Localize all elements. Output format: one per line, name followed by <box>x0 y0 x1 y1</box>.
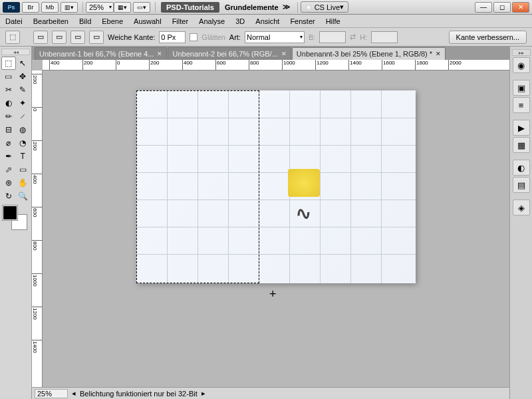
3d-tool[interactable]: ⊛ <box>1 176 16 190</box>
close-icon[interactable]: ✕ <box>157 51 162 57</box>
type-tool[interactable]: T <box>16 150 31 163</box>
history-brush-tool[interactable]: ⟋ <box>16 110 31 123</box>
marquee-selection <box>136 90 259 283</box>
tab-doc1[interactable]: Unbenannt-1 bei 66,7% (Ebene 4...✕ <box>35 47 167 60</box>
workspace-more[interactable]: ≫ <box>283 3 291 11</box>
path-select-tool[interactable]: ⬀ <box>1 163 16 176</box>
tab-doc3[interactable]: Unbenannt-3 bei 25% (Ebene 1, RGB/8) *✕ <box>292 47 446 60</box>
cslive-button[interactable]: CS Live ▾ <box>301 1 349 13</box>
menu-bild[interactable]: Bild <box>79 17 91 25</box>
maximize-button[interactable]: ◻ <box>493 2 511 13</box>
sel-intersect-icon[interactable]: ▭ <box>89 31 104 44</box>
rotate-tool[interactable]: ↻ <box>1 190 16 203</box>
color-swatches[interactable] <box>3 205 29 229</box>
crosshair-cursor: + <box>269 287 277 301</box>
feather-input[interactable]: 0 Px <box>159 31 186 43</box>
width-label: B: <box>309 33 315 41</box>
actions-panel-icon[interactable]: ▶ <box>513 120 530 136</box>
marquee-tool-icon[interactable]: ⬚ <box>5 31 20 44</box>
menu-ebene[interactable]: Ebene <box>102 17 123 25</box>
close-icon[interactable]: ✕ <box>436 51 441 57</box>
status-nav-icon[interactable]: ◂ <box>72 389 76 398</box>
menu-datei[interactable]: Datei <box>5 17 23 25</box>
bridge-button[interactable]: Br <box>22 2 39 13</box>
eyedropper-tool[interactable]: ✎ <box>16 83 31 96</box>
toolbox: ◂◂ ⬚↖ ▭✥ ✂✎ ◐✦ ✏⟋ ⊟◍ ⌀◔ ✒T ⬀▭ ⊛✋ ↻🔍 <box>0 47 32 399</box>
menu-analyse[interactable]: Analyse <box>199 17 225 25</box>
workspace-title[interactable]: PSD-Tutorials <box>161 2 219 13</box>
tab-doc2[interactable]: Unbenannt-2 bei 66,7% (RGB/...✕ <box>168 47 291 60</box>
close-icon[interactable]: ✕ <box>281 51 287 57</box>
menu-bearbeiten[interactable]: Bearbeiten <box>33 17 68 25</box>
stamp-tool[interactable]: ✏ <box>1 110 16 123</box>
masks-panel-icon[interactable]: ≡ <box>513 97 530 113</box>
color-panel-icon[interactable]: ◉ <box>513 57 530 73</box>
toolbox-collapse[interactable]: ◂◂ <box>1 49 30 55</box>
scribble-mark: ∿ <box>295 201 313 225</box>
height-input <box>371 31 398 43</box>
statusbar: 25% ◂ Belichtung funktioniert nur bei 32… <box>32 387 509 399</box>
zoom-tool[interactable]: 🔍 <box>16 190 31 203</box>
panel-dock: ▸▸ ◉ ▣ ≡ ▶ ▦ ◐ ▤ ◈ <box>509 47 532 399</box>
feather-label: Weiche Kante: <box>108 33 155 41</box>
swap-wh-icon: ⇄ <box>350 33 356 41</box>
antialias-checkbox[interactable] <box>190 33 198 41</box>
styles-panel-icon[interactable]: ▦ <box>513 137 530 153</box>
yellow-puzzle-piece <box>288 169 320 197</box>
menu-fenster[interactable]: Fenster <box>290 17 315 25</box>
status-zoom[interactable]: 25% <box>35 389 68 398</box>
minibridge-button[interactable]: Mb <box>41 2 59 13</box>
ruler-vertical[interactable]: 2000200400600800100012001400 <box>32 70 43 387</box>
style-label: Art: <box>229 33 241 41</box>
menu-ansicht[interactable]: Ansicht <box>255 17 279 25</box>
menu-auswahl[interactable]: Auswahl <box>134 17 162 25</box>
wand-tool[interactable]: ✥ <box>16 70 31 83</box>
width-input <box>319 31 346 43</box>
blur-tool[interactable]: ⌀ <box>1 136 16 150</box>
marquee-tool[interactable]: ⬚ <box>1 57 16 70</box>
eraser-tool[interactable]: ⊟ <box>1 123 16 136</box>
gradient-tool[interactable]: ◍ <box>16 123 31 136</box>
heal-tool[interactable]: ◐ <box>1 96 16 110</box>
menubar: Datei Bearbeiten Bild Ebene Auswahl Filt… <box>0 15 532 28</box>
menu-hilfe[interactable]: Hilfe <box>326 17 340 25</box>
document-tabs: Unbenannt-1 bei 66,7% (Ebene 4...✕ Unben… <box>32 47 509 60</box>
bw-panel-icon[interactable]: ◐ <box>513 160 530 176</box>
arrange-button[interactable]: ▥▾ <box>61 2 78 13</box>
workspace-sub[interactable]: Grundelemente <box>225 3 279 11</box>
status-more-icon[interactable]: ▸ <box>201 389 205 398</box>
options-bar: ⬚ ▭ ▭ ▭ ▭ Weiche Kante: 0 Px Glätten Art… <box>0 28 532 47</box>
menu-filter[interactable]: Filter <box>172 17 188 25</box>
lasso-tool[interactable]: ▭ <box>1 70 16 83</box>
titlebar: Ps Br Mb ▥▾ 25% ▦▾ ▭▾ PSD-Tutorials Grun… <box>0 0 532 15</box>
fg-color-swatch[interactable] <box>3 205 17 220</box>
close-button[interactable]: ✕ <box>512 2 529 13</box>
refine-edge-button[interactable]: Kante verbessern... <box>449 31 527 44</box>
canvas-area[interactable]: ∿ + <box>43 70 509 387</box>
zoom-dropdown[interactable]: 25% <box>86 2 114 13</box>
extras-button[interactable]: ▭▾ <box>133 2 150 13</box>
dodge-tool[interactable]: ◔ <box>16 136 31 150</box>
crop-tool[interactable]: ✂ <box>1 83 16 96</box>
ruler-horizontal[interactable]: 4002000200400600800100012001400160018002… <box>43 60 509 70</box>
status-message: Belichtung funktioniert nur bei 32-Bit <box>80 390 198 398</box>
antialias-label: Glätten <box>201 33 225 41</box>
channels-panel-icon[interactable]: ▤ <box>513 177 530 193</box>
sel-sub-icon[interactable]: ▭ <box>70 31 85 44</box>
panel-collapse[interactable]: ▸▸ <box>512 49 531 56</box>
document-canvas[interactable]: ∿ + <box>136 90 416 283</box>
shape-tool[interactable]: ▭ <box>16 163 31 176</box>
hand-tool[interactable]: ✋ <box>16 176 31 190</box>
style-select[interactable]: Normal <box>245 31 305 43</box>
minimize-button[interactable]: — <box>475 2 492 13</box>
sel-add-icon[interactable]: ▭ <box>52 31 66 44</box>
screen-mode-button[interactable]: ▦▾ <box>114 2 131 13</box>
move-tool[interactable]: ↖ <box>16 57 30 70</box>
brush-tool[interactable]: ✦ <box>16 96 31 110</box>
menu-3d[interactable]: 3D <box>235 17 245 25</box>
sel-new-icon[interactable]: ▭ <box>33 31 48 44</box>
ps-logo[interactable]: Ps <box>3 2 20 13</box>
pen-tool[interactable]: ✒ <box>1 150 16 163</box>
adjustments-panel-icon[interactable]: ▣ <box>513 80 530 96</box>
layers-panel-icon[interactable]: ◈ <box>513 200 530 215</box>
